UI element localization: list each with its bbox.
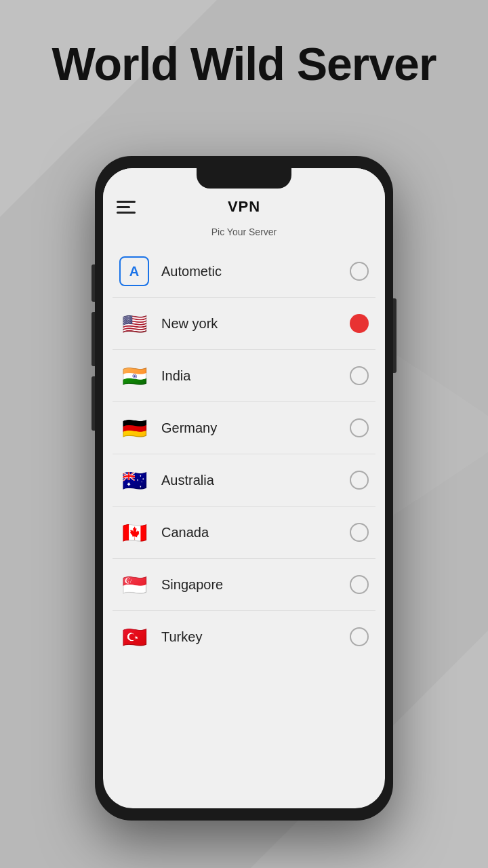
hamburger-line-2: [117, 206, 130, 208]
phone-shell: VPN Pic Your Server A Autometic 🇺🇸 New y…: [95, 156, 393, 821]
server-name-new-york: New york: [161, 316, 350, 332]
server-item-germany[interactable]: 🇩🇪 Germany: [113, 402, 375, 454]
hamburger-line-1: [117, 201, 136, 203]
server-list: A Autometic 🇺🇸 New york 🇮🇳 India 🇩🇪: [103, 245, 385, 657]
server-name-india: India: [161, 368, 350, 384]
phone-button-mute: [92, 264, 95, 302]
phone-button-vol-up: [92, 312, 95, 366]
server-item-india[interactable]: 🇮🇳 India: [113, 350, 375, 402]
phone-notch: [197, 168, 291, 189]
server-item-singapore[interactable]: 🇸🇬 Singapore: [113, 559, 375, 611]
radio-turkey[interactable]: [350, 627, 369, 646]
server-name-singapore: Singapore: [161, 577, 350, 593]
pick-server-subtitle: Pic Your Server: [103, 222, 385, 245]
server-name-automatic: Autometic: [161, 264, 350, 279]
flag-icon-turkey: 🇹🇷: [119, 622, 149, 652]
flag-icon-australia: 🇦🇺: [119, 465, 149, 495]
server-name-turkey: Turkey: [161, 629, 350, 645]
server-item-australia[interactable]: 🇦🇺 Australia: [113, 454, 375, 507]
server-name-canada: Canada: [161, 525, 350, 540]
phone-button-power: [393, 298, 396, 373]
automatic-icon: A: [119, 256, 149, 286]
flag-icon-canada: 🇨🇦: [119, 517, 149, 547]
phone-screen: VPN Pic Your Server A Autometic 🇺🇸 New y…: [103, 168, 385, 808]
phone-button-vol-down: [92, 376, 95, 431]
server-item-new-york[interactable]: 🇺🇸 New york: [113, 298, 375, 350]
page-title: World Wild Server: [0, 37, 488, 90]
flag-icon-new-york: 🇺🇸: [119, 309, 149, 338]
app-title: VPN: [228, 198, 260, 216]
radio-india[interactable]: [350, 366, 369, 385]
server-item-canada[interactable]: 🇨🇦 Canada: [113, 507, 375, 559]
hamburger-menu-button[interactable]: [117, 201, 136, 214]
server-item-automatic[interactable]: A Autometic: [113, 245, 375, 298]
hamburger-line-3: [117, 212, 136, 214]
server-name-germany: Germany: [161, 420, 350, 436]
radio-new-york[interactable]: [350, 314, 369, 333]
bg-triangle-midright: [393, 353, 488, 515]
server-name-australia: Australia: [161, 473, 350, 488]
radio-singapore[interactable]: [350, 575, 369, 594]
radio-automatic[interactable]: [350, 262, 369, 281]
radio-canada[interactable]: [350, 523, 369, 542]
radio-germany[interactable]: [350, 418, 369, 437]
flag-icon-singapore: 🇸🇬: [119, 570, 149, 599]
flag-icon-germany: 🇩🇪: [119, 413, 149, 443]
flag-icon-india: 🇮🇳: [119, 361, 149, 391]
radio-australia[interactable]: [350, 471, 369, 490]
server-item-turkey[interactable]: 🇹🇷 Turkey: [113, 611, 375, 657]
